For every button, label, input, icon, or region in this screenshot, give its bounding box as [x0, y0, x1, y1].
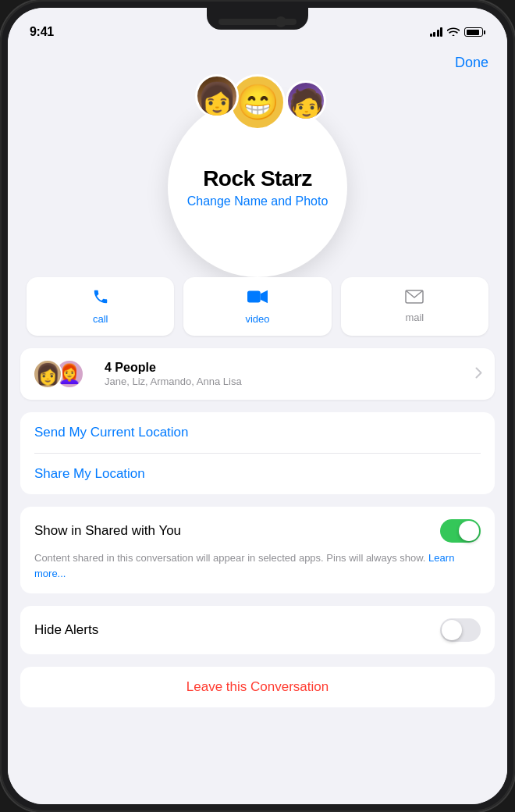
group-name: Rock Starz	[203, 166, 312, 191]
video-label: video	[245, 313, 269, 325]
shared-with-you-toggle-row: Show in Shared with You	[34, 519, 481, 543]
call-label: call	[93, 313, 108, 325]
phone-icon	[92, 288, 109, 310]
status-time: 9:41	[30, 25, 54, 39]
mail-icon	[405, 288, 424, 308]
header: Done	[8, 47, 507, 74]
leave-conversation-section[interactable]: Leave this Conversation	[20, 667, 495, 707]
people-row[interactable]: 👩 👩‍🦰 4 People Jane, Liz, Armando, Anna …	[20, 348, 495, 400]
phone-frame: 9:41	[0, 0, 515, 812]
action-buttons-row: call video	[8, 277, 507, 336]
people-info: 4 People Jane, Liz, Armando, Anna Lisa	[105, 361, 466, 387]
people-names: Jane, Liz, Armando, Anna Lisa	[105, 376, 466, 387]
content-area: Done 👩 😁 🧑 Rock S	[8, 47, 507, 804]
hide-alerts-label: Hide Alerts	[34, 622, 98, 638]
hide-alerts-row: Hide Alerts	[34, 618, 481, 642]
avatar-right: 🧑	[286, 80, 326, 121]
leave-conversation-label: Leave this Conversation	[186, 679, 329, 694]
wifi-icon	[447, 27, 460, 38]
shared-with-you-label: Show in Shared with You	[34, 523, 181, 539]
phone-screen: 9:41	[8, 8, 507, 804]
svg-rect-0	[247, 291, 261, 303]
notch-camera	[275, 16, 286, 27]
call-button[interactable]: call	[27, 277, 174, 336]
video-icon	[247, 288, 268, 310]
toggle-knob	[459, 521, 479, 541]
people-avatars: 👩 👩‍🦰	[33, 359, 84, 389]
mail-label: mail	[405, 312, 424, 323]
shared-description: Content shared in this conversation will…	[34, 550, 481, 581]
done-button[interactable]: Done	[455, 55, 488, 71]
shared-with-you-toggle[interactable]	[440, 519, 481, 543]
status-icons	[430, 27, 486, 38]
avatar-jane: 👩	[33, 359, 62, 389]
group-info: 👩 😁 🧑 Rock Starz Change Name and Photo	[8, 74, 507, 293]
change-name-link[interactable]: Change Name and Photo	[187, 194, 329, 208]
chevron-right-icon	[475, 367, 482, 382]
avatar-left: 👩	[195, 74, 239, 118]
battery-icon	[464, 27, 485, 37]
send-location-button[interactable]: Send My Current Location	[20, 412, 495, 453]
signal-bars-icon	[430, 27, 443, 37]
hide-alerts-toggle[interactable]	[440, 618, 481, 642]
mail-button[interactable]: mail	[341, 277, 488, 336]
hide-alerts-section: Hide Alerts	[20, 606, 495, 654]
notch	[207, 8, 308, 30]
people-section: 👩 👩‍🦰 4 People Jane, Liz, Armando, Anna …	[20, 348, 495, 400]
share-location-button[interactable]: Share My Location	[20, 454, 495, 494]
video-button[interactable]: video	[183, 277, 331, 336]
toggle-knob-off	[442, 620, 462, 640]
people-count: 4 People	[105, 361, 466, 375]
svg-marker-1	[261, 290, 268, 304]
shared-with-you-section: Show in Shared with You Content shared i…	[20, 507, 495, 593]
location-section: Send My Current Location Share My Locati…	[20, 412, 495, 494]
